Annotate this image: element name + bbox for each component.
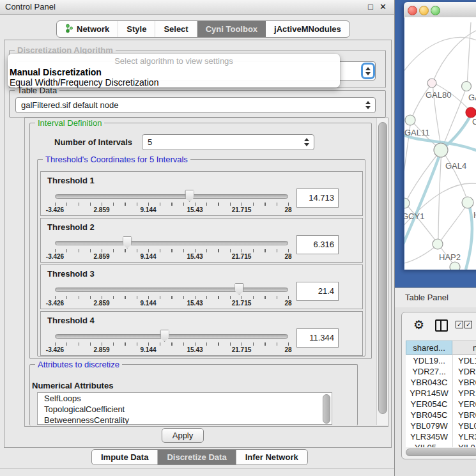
node-gal4[interactable] [434, 143, 448, 157]
combo-stepper-icon [302, 135, 312, 150]
number-of-intervals-combobox[interactable]: 5 [142, 134, 314, 150]
list-item[interactable]: SelfLoops [38, 393, 332, 404]
table-row[interactable]: YIL05...YIL0 [406, 442, 476, 447]
table-row[interactable]: YLR345WYLR3 [406, 431, 476, 442]
node-hap2[interactable] [433, 239, 443, 249]
column-header-name[interactable]: na [452, 341, 476, 355]
threshold-4-slider[interactable] [55, 329, 288, 342]
float-icon[interactable]: □ [368, 2, 373, 12]
gear-icon[interactable]: ⚙ [413, 319, 424, 331]
slider-thumb[interactable] [185, 190, 194, 202]
node-label: GCY1 [404, 211, 424, 221]
bottom-tabs: Impute Data Discretize Data Infer Networ… [91, 449, 308, 465]
node-label: GA [468, 93, 476, 102]
table-header-row: shared... na [406, 341, 476, 355]
table-row[interactable]: YDL19...YDL1 [406, 355, 476, 366]
network-desktop: GAL80 GA C GAL11 GAL4 GCY1 H HAP2 [395, 0, 476, 288]
combo-stepper-icon [363, 65, 373, 77]
list-item[interactable]: TopologicalCoefficient [38, 404, 332, 415]
threshold-4-box: Threshold 4 -3.426 2.859 9.144 15.43 21.… [40, 311, 363, 356]
table-row[interactable]: YBR043CYBR0 [406, 377, 476, 388]
threshold-3-slider[interactable] [55, 282, 288, 295]
node[interactable] [462, 82, 472, 91]
table-row[interactable]: YBR045CYBR0 [406, 410, 476, 420]
number-of-intervals-label: Number of Intervals [54, 137, 132, 147]
node-label: GAL11 [404, 128, 430, 137]
tab-impute-data[interactable]: Impute Data [92, 450, 158, 464]
select-all-checkbox-icon[interactable]: ✓ [456, 321, 463, 328]
tab-network-label: Network [77, 24, 109, 34]
apply-button[interactable]: Apply [162, 428, 204, 443]
slider-thumb[interactable] [123, 236, 132, 249]
threshold-1-label: Threshold 1 [47, 176, 95, 185]
network-icon [65, 24, 73, 35]
close-icon[interactable]: ✕ [380, 2, 387, 12]
node-selected-red[interactable] [466, 107, 476, 118]
node-gal11[interactable] [405, 115, 415, 125]
threshold-2-slider[interactable] [55, 236, 288, 249]
tab-discretize-data[interactable]: Discretize Data [158, 450, 236, 464]
number-of-intervals-value: 5 [142, 137, 302, 147]
algorithm-dropdown-popup: Select algorithm to view settings Manual… [8, 54, 340, 88]
node-label: C [472, 117, 476, 127]
table-row[interactable]: YDR27...YDR2 [406, 366, 476, 377]
numerical-attributes-list[interactable]: SelfLoops TopologicalCoefficient Between… [37, 392, 332, 425]
node-gal80[interactable] [427, 79, 436, 88]
table-panel: ⚙ ✓ ✓ shared... na YDL19...YDL1 YDR27...… [395, 307, 476, 476]
combo-stepper-icon [363, 98, 373, 112]
list-item[interactable]: BetweennessCentrality [38, 415, 332, 425]
network-view-window: GAL80 GA C GAL11 GAL4 GCY1 H HAP2 [404, 2, 476, 270]
minimize-traffic-light-icon[interactable] [419, 6, 429, 15]
close-traffic-light-icon[interactable] [408, 6, 417, 15]
threshold-2-box: Threshold 2 -3.426 2.859 9.144 15.43 21.… [40, 218, 363, 263]
main-vscrollbar-thumb[interactable] [378, 122, 387, 414]
algorithm-prompt-option[interactable]: Select algorithm to view settings [8, 56, 340, 66]
table-row[interactable]: YBL079WYBL0 [406, 420, 476, 431]
threshold-3-value-field[interactable]: 21.4 [296, 282, 339, 301]
tab-infer-network[interactable]: Infer Network [236, 450, 307, 464]
threshold-2-value-field[interactable]: 6.316 [296, 235, 339, 254]
split-columns-icon[interactable] [435, 319, 448, 332]
threshold-3-box: Threshold 3 -3.426 2.859 9.144 15.43 21.… [40, 265, 363, 309]
threshold-4-value-field[interactable]: 11.344 [296, 328, 339, 348]
attributes-group-title: Attributes to discretize [35, 360, 122, 369]
tab-network[interactable]: Network [57, 21, 118, 37]
main-vscrollbar[interactable] [376, 118, 388, 425]
table-row[interactable]: YPR145WYPR1 [406, 388, 476, 399]
algorithm-option-manual[interactable]: Manual Discretization [10, 67, 102, 77]
tab-style[interactable]: Style [118, 21, 155, 37]
table-row[interactable]: YER054CYER0 [406, 399, 476, 410]
node-label: GAL4 [445, 161, 466, 171]
table-panel-inner: ⚙ ✓ ✓ shared... na YDL19...YDL1 YDR27...… [401, 312, 476, 459]
node[interactable] [450, 262, 460, 270]
slider-thumb[interactable] [160, 330, 169, 342]
threshold-3-label: Threshold 3 [47, 269, 95, 279]
tab-select[interactable]: Select [155, 21, 197, 37]
screen: Control Panel □ ✕ Network Style Select C… [0, 0, 476, 476]
threshold-1-value-field[interactable]: 14.713 [296, 188, 339, 208]
threshold-2-label: Threshold 2 [47, 222, 95, 232]
slider-thumb[interactable] [234, 283, 244, 295]
tab-cyni-toolbox[interactable]: Cyni Toolbox [197, 21, 266, 37]
node-label: HAP2 [439, 252, 461, 262]
panel-title: Control Panel [5, 2, 56, 12]
table-panel-titlebar: Table Panel [395, 288, 476, 308]
node[interactable] [462, 197, 473, 208]
network-window-titlebar[interactable] [404, 2, 476, 18]
interval-definition-title: Interval Definition [35, 118, 104, 128]
numerical-attributes-label: Numerical Attributes [32, 381, 113, 390]
table-panel-title: Table Panel [405, 293, 449, 302]
node-label: GAL80 [426, 90, 451, 100]
threshold-1-slider[interactable] [55, 189, 288, 202]
tab-jactivemnodules[interactable]: jActiveMNodules [266, 21, 349, 37]
algorithm-option-equal-width[interactable]: Equal Width/Frequency Discretization [10, 77, 158, 88]
network-canvas[interactable]: GAL80 GA C GAL11 GAL4 GCY1 H HAP2 [404, 17, 476, 270]
select-all-checkbox-icon[interactable]: ✓ [464, 321, 472, 328]
list-vscrollbar-thumb[interactable] [323, 394, 330, 424]
threshold-1-box: Threshold 1 -3.426 2.859 9.144 15.43 21.… [40, 171, 363, 216]
table-data-value: galFiltered.sif default node [16, 100, 363, 110]
column-header-shared-name[interactable]: shared... [406, 341, 452, 355]
table-data-combobox[interactable]: galFiltered.sif default node [15, 97, 376, 113]
zoom-traffic-light-icon[interactable] [431, 6, 440, 15]
table-hscrollbar-thumb[interactable] [406, 449, 476, 456]
